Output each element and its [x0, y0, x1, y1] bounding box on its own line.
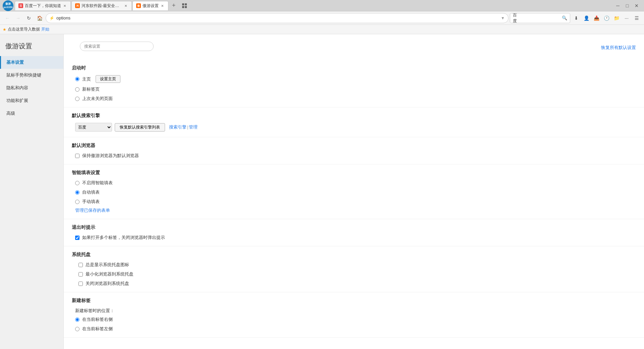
manage-engines-link[interactable]: 搜索引擎|管理 — [169, 124, 198, 130]
lightning-icon: ⚡ — [49, 16, 54, 20]
tab-close-settings[interactable]: ✕ — [160, 3, 165, 8]
home-button[interactable]: 🏠 — [35, 13, 44, 23]
page-header: 恢复所有默认设置 — [64, 34, 644, 60]
forward-button[interactable]: → — [13, 13, 23, 23]
search-input[interactable] — [518, 16, 562, 20]
svg-rect-0 — [182, 3, 184, 5]
maximize-button[interactable]: □ — [623, 1, 632, 10]
tab-grid-button[interactable] — [180, 1, 189, 10]
sidebar-label-basic: 基本设置 — [6, 60, 24, 65]
search-icon[interactable]: 🔍 — [562, 15, 567, 20]
new-tab-button[interactable]: + — [169, 1, 178, 10]
startup-label-newtab: 新标签页 — [82, 86, 100, 92]
section-default-browser: 默认浏览器 保持傲游浏览器为默认浏览器 — [64, 137, 644, 164]
search-engine-row: 百度 Google 必应 搜狗 恢复默认搜索引擎列表 搜索引擎|管理 — [75, 123, 636, 132]
toolbar-star-icon: ★ — [3, 27, 6, 32]
address-bar[interactable] — [56, 15, 499, 20]
form-radio-disable[interactable] — [75, 181, 79, 185]
tab-close-baidu[interactable]: ✕ — [62, 3, 67, 8]
svg-rect-3 — [185, 6, 187, 8]
sidebar-item-basic[interactable]: 基本设置 — [0, 56, 63, 69]
startup-radio-newtab[interactable] — [75, 87, 79, 92]
settings-search-input[interactable] — [80, 42, 154, 51]
exit-prompt-checkbox-item[interactable]: 如果打开多个标签，关闭浏览器时弹出提示 — [75, 235, 636, 241]
sidebar-item-features[interactable]: 功能和扩展 — [0, 94, 63, 107]
toolbar-bar: ★ 点击这里导入数据 开始 — [0, 25, 644, 34]
main-layout: 傲游设置 基本设置 鼠标手势和快捷键 隐私和内容 功能和扩展 高级 — [0, 34, 644, 349]
restore-defaults-button[interactable]: 恢复所有默认设置 — [601, 45, 636, 51]
refresh-button[interactable]: ↻ — [24, 13, 34, 23]
form-option-disable[interactable]: 不启用智能填表 — [75, 180, 636, 186]
tray-option-minimize[interactable]: 最小化浏览器到系统托盘 — [78, 271, 636, 277]
startup-radio-lastsession[interactable] — [75, 97, 79, 101]
newtab-radio-right-last[interactable] — [75, 327, 79, 331]
newtab-radio-right-current[interactable] — [75, 317, 79, 322]
download-button[interactable]: 📥 — [592, 13, 601, 23]
form-option-manual[interactable]: 手动填表 — [75, 199, 636, 205]
bookmark-button[interactable]: ⬇ — [572, 13, 581, 23]
tray-checkbox-close[interactable] — [78, 282, 83, 286]
toolbar-start-link[interactable]: 开始 — [41, 27, 49, 32]
newtab-option-right-last[interactable]: 在当前标签左侧 — [75, 326, 636, 332]
user-button[interactable]: 👤 — [582, 13, 591, 23]
exit-prompt-checkbox[interactable] — [75, 236, 79, 240]
tray-checkbox-minimize[interactable] — [78, 272, 83, 277]
default-browser-checkbox[interactable] — [75, 154, 79, 158]
sidebar-label-privacy: 隐私和内容 — [6, 85, 28, 90]
startup-option-homepage[interactable]: 主页 设置主页 — [75, 75, 636, 83]
toolbar-import-text: 点击这里导入数据 — [8, 27, 40, 32]
form-radio-manual[interactable] — [75, 200, 79, 204]
startup-option-newtab[interactable]: 新标签页 — [75, 86, 636, 92]
address-dropdown-icon[interactable]: ▼ — [501, 16, 505, 20]
default-browser-checkbox-item[interactable]: 保持傲游浏览器为默认浏览器 — [75, 153, 636, 159]
section-smart-form: 智能填表设置 不启用智能填表 自动填表 手动填表 — [64, 164, 644, 219]
newtab-label-right-last: 在当前标签左侧 — [82, 326, 113, 332]
sidebar-label-advanced: 高级 — [6, 111, 15, 116]
tray-checkbox-always[interactable] — [78, 263, 83, 267]
svg-rect-2 — [182, 6, 184, 8]
default-browser-title: 默认浏览器 — [72, 143, 636, 149]
sidebar-item-advanced[interactable]: 高级 — [0, 107, 63, 120]
form-option-auto[interactable]: 自动填表 — [75, 189, 636, 195]
tab-label-settings: 傲游设置 — [143, 3, 159, 9]
newtab-option-right-current[interactable]: 在当前标签右侧 — [75, 316, 636, 322]
startup-title: 启动时 — [72, 65, 636, 71]
back-button[interactable]: ← — [3, 13, 12, 23]
tab-close-hedong[interactable]: ✕ — [123, 3, 128, 8]
set-homepage-button[interactable]: 设置主页 — [96, 75, 120, 83]
content-inner: 启动时 主页 设置主页 新标签页 上次未关闭页 — [64, 60, 644, 349]
startup-label-homepage: 主页 — [82, 76, 91, 82]
smart-form-radio-group: 不启用智能填表 自动填表 手动填表 — [75, 180, 636, 205]
search-engine-select[interactable]: 百度 Google 必应 搜狗 — [75, 123, 112, 132]
startup-option-lastsession[interactable]: 上次未关闭页面 — [75, 96, 636, 102]
tray-option-always[interactable]: 总是显示系统托盘图标 — [78, 262, 636, 268]
tab-hedong[interactable]: 河 河东软件园-最安全的... ✕ — [71, 1, 132, 10]
minimize-button[interactable]: ─ — [613, 1, 623, 10]
sidebar-item-privacy[interactable]: 隐私和内容 — [0, 82, 63, 94]
new-tab-position-label: 新建标签时的位置： — [75, 308, 636, 314]
manage-forms-link[interactable]: 管理已保存的表单 — [75, 207, 110, 213]
content-area: 恢复所有默认设置 启动时 主页 设置主页 新标签页 — [64, 34, 644, 349]
sidebar-item-mouse[interactable]: 鼠标手势和快捷键 — [0, 69, 63, 82]
system-tray-title: 系统托盘 — [72, 252, 636, 258]
tab-baidu[interactable]: 百 百度一下，你就知道 ✕ — [15, 1, 71, 10]
hamburger-menu[interactable]: ☰ — [632, 13, 641, 23]
section-exit-prompt: 退出时提示 如果打开多个标签，关闭浏览器时弹出提示 — [64, 219, 644, 246]
search-engine-title: 默认搜索引擎 — [72, 113, 636, 119]
close-button[interactable]: ✕ — [632, 1, 641, 10]
logo-text: 傲游pc0359 — [3, 2, 12, 9]
svg-rect-1 — [185, 3, 187, 5]
tab-settings[interactable]: 傲 傲游设置 ✕ — [132, 1, 168, 10]
menu-dots[interactable]: ··· — [622, 13, 631, 23]
sidebar-label-features: 功能和扩展 — [6, 98, 28, 103]
form-label-auto: 自动填表 — [82, 189, 100, 195]
apps-button[interactable]: 📁 — [612, 13, 621, 23]
browser-chrome: 傲游pc0359 百 百度一下，你就知道 ✕ 河 河东软件园-最安全的... ✕… — [0, 0, 644, 349]
startup-radio-homepage[interactable] — [75, 77, 79, 81]
clock-button[interactable]: 🕐 — [602, 13, 611, 23]
reset-engine-list-button[interactable]: 恢复默认搜索引擎列表 — [115, 123, 165, 132]
form-radio-auto[interactable] — [75, 190, 79, 195]
new-tab-radio-group: 在当前标签右侧 在当前标签左侧 — [75, 316, 636, 332]
tray-option-close[interactable]: 关闭浏览器到系统托盘 — [78, 281, 636, 287]
system-tray-checkbox-group: 总是显示系统托盘图标 最小化浏览器到系统托盘 关闭浏览器到系统托盘 — [75, 262, 636, 287]
